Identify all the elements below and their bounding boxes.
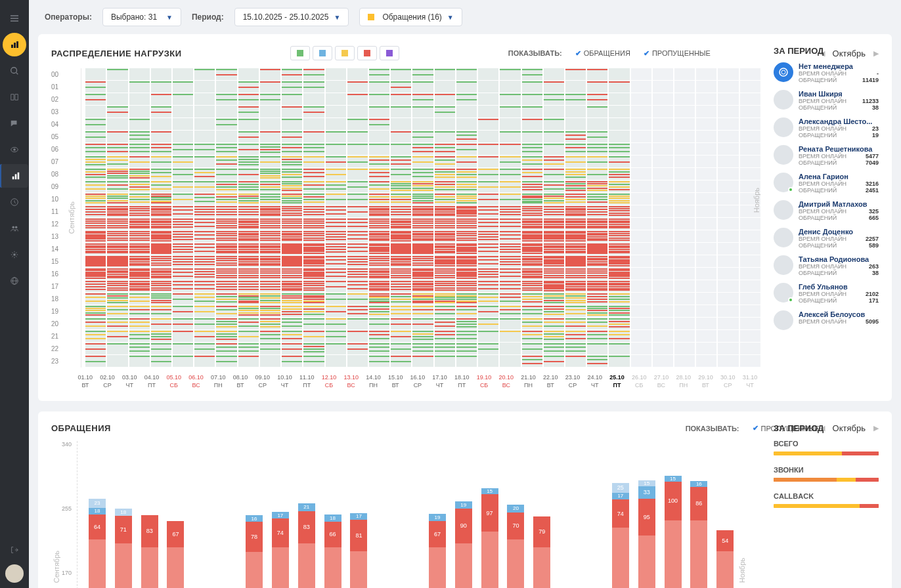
heatmap-cell[interactable]: [129, 268, 150, 280]
heatmap-cell[interactable]: [129, 156, 150, 167]
heatmap-cell[interactable]: [173, 81, 193, 93]
heatmap-cell[interactable]: [653, 330, 673, 342]
heatmap-cell[interactable]: [565, 106, 586, 117]
heatmap-cell[interactable]: [412, 280, 433, 292]
heatmap-cell[interactable]: [151, 230, 171, 242]
heatmap-cell[interactable]: [653, 131, 673, 142]
chat-icon[interactable]: [3, 112, 26, 135]
heatmap-cell[interactable]: [456, 193, 477, 205]
heatmap-cell[interactable]: [151, 293, 171, 304]
heatmap-cell[interactable]: [369, 81, 389, 93]
heatmap-cell[interactable]: [216, 330, 236, 342]
heatmap-cell[interactable]: [456, 230, 477, 242]
heatmap-cell[interactable]: [303, 355, 324, 367]
heatmap-cell[interactable]: [369, 168, 389, 180]
heatmap-cell[interactable]: [216, 68, 236, 80]
heatmap-cell[interactable]: [369, 68, 389, 80]
heatmap-cell[interactable]: [303, 180, 324, 192]
heatmap-cell[interactable]: [260, 93, 280, 105]
heatmap-cell[interactable]: [522, 355, 542, 367]
heatmap-cell[interactable]: [369, 230, 389, 242]
heatmap-cell[interactable]: [456, 280, 477, 292]
heatmap-cell[interactable]: [587, 118, 607, 130]
heatmap-cell[interactable]: [500, 118, 520, 130]
heatmap-cell[interactable]: [718, 280, 738, 292]
heatmap-cell[interactable]: [522, 143, 542, 155]
heatmap-cell[interactable]: [347, 318, 368, 329]
heatmap-cell[interactable]: [631, 106, 651, 117]
heatmap-cell[interactable]: [609, 193, 629, 205]
heatmap-cell[interactable]: [696, 81, 716, 93]
heatmap-cell[interactable]: [565, 205, 586, 217]
heatmap-cell[interactable]: [391, 355, 411, 367]
heatmap-cell[interactable]: [238, 106, 259, 117]
heatmap-cell[interactable]: [456, 205, 477, 217]
heatmap-cell[interactable]: [412, 230, 433, 242]
heatmap-cell[interactable]: [173, 343, 193, 354]
heatmap-cell[interactable]: [500, 343, 520, 354]
heatmap-cell[interactable]: [674, 343, 695, 354]
heatmap-cell[interactable]: [653, 280, 673, 292]
history-icon[interactable]: [3, 190, 26, 214]
heatmap-cell[interactable]: [740, 218, 760, 230]
heatmap-cell[interactable]: [500, 131, 520, 142]
heatmap-cell[interactable]: [129, 68, 150, 80]
heatmap-cell[interactable]: [391, 280, 411, 292]
heatmap-cell[interactable]: [151, 343, 171, 354]
heatmap-cell[interactable]: [435, 143, 455, 155]
heatmap-cell[interactable]: [500, 218, 520, 230]
heatmap-cell[interactable]: [216, 193, 236, 205]
heatmap-cell[interactable]: [435, 168, 455, 180]
heatmap-cell[interactable]: [718, 156, 738, 167]
heatmap-cell[interactable]: [565, 81, 586, 93]
heatmap-cell[interactable]: [653, 193, 673, 205]
heatmap-cell[interactable]: [238, 68, 259, 80]
heatmap-cell[interactable]: [391, 131, 411, 142]
heatmap-cell[interactable]: [544, 355, 564, 367]
heatmap-cell[interactable]: [544, 156, 564, 167]
heatmap-cell[interactable]: [500, 330, 520, 342]
heatmap-cell[interactable]: [631, 343, 651, 354]
heatmap-cell[interactable]: [260, 305, 280, 317]
heatmap-cell[interactable]: [173, 205, 193, 217]
heatmap-cell[interactable]: [238, 81, 259, 93]
heatmap-cell[interactable]: [107, 118, 127, 130]
heatmap-cell[interactable]: [500, 168, 520, 180]
heatmap-cell[interactable]: [129, 81, 150, 93]
heatmap-cell[interactable]: [412, 343, 433, 354]
heatmap-cell[interactable]: [653, 81, 673, 93]
heatmap-cell[interactable]: [500, 106, 520, 117]
heatmap-cell[interactable]: [674, 131, 695, 142]
operators-dropdown[interactable]: Выбрано: 31▼: [102, 8, 181, 26]
heatmap-cell[interactable]: [435, 205, 455, 217]
heatmap-cell[interactable]: [609, 118, 629, 130]
heatmap-cell[interactable]: [674, 305, 695, 317]
heatmap-cell[interactable]: [347, 255, 368, 267]
heatmap-cell[interactable]: [326, 305, 346, 317]
heatmap-cell[interactable]: [238, 293, 259, 304]
heatmap-cell[interactable]: [129, 330, 150, 342]
heatmap-cell[interactable]: [500, 355, 520, 367]
heatmap-cell[interactable]: [696, 243, 716, 255]
heatmap-cell[interactable]: [260, 243, 280, 255]
heatmap-cell[interactable]: [391, 193, 411, 205]
heatmap-cell[interactable]: [631, 131, 651, 142]
heatmap-cell[interactable]: [740, 255, 760, 267]
heatmap-cell[interactable]: [435, 293, 455, 304]
heatmap-cell[interactable]: [609, 106, 629, 117]
operator-row[interactable]: Татьяна Родионова ВРЕМЯ ОНЛАЙН263 ОБРАЩЕ…: [774, 255, 879, 276]
heatmap-cell[interactable]: [347, 93, 368, 105]
eye-icon[interactable]: [3, 138, 26, 161]
heatmap-cell[interactable]: [740, 143, 760, 155]
heatmap-cell[interactable]: [435, 156, 455, 167]
heatmap-cell[interactable]: [631, 193, 651, 205]
heatmap-cell[interactable]: [412, 68, 433, 80]
heatmap-cell[interactable]: [107, 180, 127, 192]
heatmap-cell[interactable]: [522, 193, 542, 205]
heatmap-cell[interactable]: [282, 218, 302, 230]
heatmap-cell[interactable]: [456, 156, 477, 167]
heatmap-cell[interactable]: [587, 318, 607, 329]
heatmap-cell[interactable]: [544, 255, 564, 267]
heatmap-cell[interactable]: [718, 218, 738, 230]
bar-column[interactable]: 8616: [687, 481, 711, 588]
